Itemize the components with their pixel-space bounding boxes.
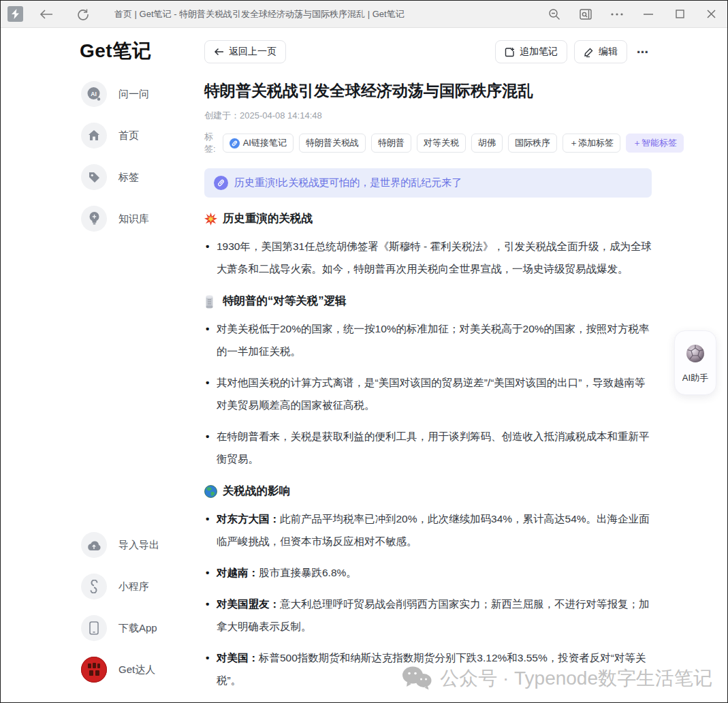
note-section: 关税战的影响 对东方大国：此前产品平均税率已冲到20%，此次继续加码34%，累计… [204, 484, 652, 691]
bullet-text: 在特朗普看来，关税是获取利益的便利工具，用于谈判筹码、创造收入抵消减税成本和重新… [217, 431, 650, 465]
tag-label: 特朗普关税战 [306, 137, 359, 149]
app-logo[interactable]: Get笔记 [80, 38, 151, 64]
append-note-button[interactable]: 追加笔记 [495, 40, 567, 63]
bullet-bold: 对越南： [217, 567, 259, 578]
ai-link-icon [230, 138, 240, 149]
refresh-icon[interactable] [75, 6, 91, 22]
browser-titlebar: 首页 | Get笔记 - 特朗普关税战引发全球经济动荡与国际秩序混乱 | Get… [1, 1, 727, 28]
edit-button[interactable]: 编辑 [574, 40, 627, 63]
collision-icon [204, 213, 217, 225]
ai-assistant-button[interactable]: AI助手 [674, 330, 716, 395]
tags-list: AI链接笔记 特朗普关税战 特朗普 对等关税 胡佛 国际秩序 [223, 134, 557, 153]
note-section: 历史重演的关税战 1930年，美国第31任总统胡佛签署《斯穆特 - 霍利关税法》… [204, 211, 652, 280]
bullet-bold: 对美国盟友： [217, 598, 280, 610]
bullet-item: 在特朗普看来，关税是获取利益的便利工具，用于谈判筹码、创造收入抵消减税成本和重新… [204, 425, 652, 470]
browser-more-icon[interactable] [609, 6, 625, 22]
app-logo-icon [7, 6, 23, 22]
bullet-text: 意大利总理呼吁贸易战会削弱西方国家实力；新西兰屈服，不进行对等报复；加拿大明确表… [217, 598, 650, 632]
tag-label: 胡佛 [478, 137, 496, 149]
sidebar-item-label: 问一问 [118, 88, 149, 101]
append-note-label: 追加笔记 [520, 46, 558, 58]
tag-pill[interactable]: 胡佛 [471, 134, 503, 153]
note-created: 创建于：2025-04-08 14:14:48 [204, 110, 652, 122]
note-main: 返回上一页 追加笔记 编辑 ⋯ 特朗普关税战引发全球经济动荡与国际秩序混乱 创建… [204, 29, 652, 703]
tag-label: 对等关税 [424, 137, 459, 149]
sidebar-nav-bottom: 导入导出 小程序 下载App Get达人 [81, 532, 159, 683]
smart-tag-button[interactable]: ＋智能标签 [626, 134, 684, 153]
edit-button-label: 编辑 [599, 46, 618, 58]
quote-box[interactable]: 历史重演!比关税战更可怕的，是世界的乱纪元来了 [204, 168, 652, 198]
bullet-item: 其对他国关税的计算方式离谱，是“美国对该国的贸易逆差”/“美国对该国的出口”，导… [204, 371, 652, 416]
tags-row: 标签: AI链接笔记 特朗普关税战 特朗普 对等关税 胡佛 国际秩序 ＋添加标签… [204, 131, 652, 155]
app-surface: Get笔记 AI 问一问 首页 标签 知识库 导入导出 小程序 下载App Ge… [1, 29, 727, 702]
note-section: 特朗普的“对等关税”逻辑 对美关税低于20%的国家，统一按10%的标准加征；对美… [204, 294, 652, 470]
note-title: 特朗普关税战引发全球经济动荡与国际秩序混乱 [204, 80, 652, 101]
ai-chat-icon: AI [81, 81, 107, 107]
sidebar-item-下载App[interactable]: 下载App [81, 615, 159, 641]
phone-icon [81, 615, 107, 641]
tag-pill[interactable]: 国际秩序 [508, 134, 557, 153]
sidebar-item-小程序[interactable]: 小程序 [81, 574, 159, 599]
sidebar-item-问一问[interactable]: AI 问一问 [81, 81, 149, 107]
add-tag-button[interactable]: ＋添加标签 [563, 134, 620, 153]
wechat-icon [402, 666, 432, 691]
tag-label: AI链接笔记 [243, 137, 287, 149]
sidebar-item-标签[interactable]: 标签 [81, 164, 149, 190]
edit-pencil-icon [584, 47, 594, 57]
smart-tag-label: ＋智能标签 [633, 137, 677, 149]
section-title: 特朗普的“对等关税”逻辑 [223, 294, 347, 309]
sidebar-item-导入导出[interactable]: 导入导出 [81, 532, 159, 558]
tag-pill[interactable]: 特朗普 [371, 134, 411, 153]
bulb-icon [81, 206, 107, 232]
globe-icon [204, 485, 217, 498]
note-sections: 历史重演的关税战 1930年，美国第31任总统胡佛签署《斯穆特 - 霍利关税法》… [204, 211, 652, 703]
cloud-icon [81, 532, 107, 558]
capture-icon[interactable] [577, 6, 594, 22]
note-more-button[interactable]: ⋯ [634, 45, 652, 59]
created-time: 2025-04-08 14:14:48 [240, 110, 322, 121]
sidebar-item-label: 知识库 [118, 213, 149, 225]
sidebar-item-首页[interactable]: 首页 [81, 123, 149, 149]
sidebar-item-label: Get达人 [118, 663, 155, 676]
bullet-item: 对东方大国：此前产品平均税率已冲到20%，此次继续加码34%，累计高达54%。出… [204, 507, 652, 552]
sidebar-item-label: 标签 [118, 171, 139, 184]
sidebar-item-label: 导入导出 [118, 539, 159, 552]
back-to-previous-button[interactable]: 返回上一页 [204, 40, 286, 63]
tag-label: 国际秩序 [515, 137, 550, 149]
tag-pill[interactable]: 特朗普关税战 [299, 134, 366, 153]
tag-icon [81, 164, 107, 190]
sidebar-item-知识库[interactable]: 知识库 [81, 206, 149, 232]
tag-pill[interactable]: AI链接笔记 [223, 134, 294, 153]
maximize-icon[interactable] [671, 6, 688, 22]
sidebar-item-Get达人[interactable]: Get达人 [81, 657, 159, 683]
sphere-icon [683, 341, 708, 366]
home-icon [81, 123, 107, 149]
close-icon[interactable] [703, 6, 719, 22]
bullet-text: 其对他国关税的计算方式离谱，是“美国对该国的贸易逆差”/“美国对该国的出口”，导… [217, 377, 645, 411]
bullet-item: 对美关税低于20%的国家，统一按10%的标准加征；对美关税高于20%的国家，按照… [204, 317, 652, 362]
section-title: 关税战的影响 [223, 484, 290, 499]
scroll-icon [204, 295, 217, 308]
sidebar-item-label: 下载App [118, 622, 157, 635]
paperclip-icon [214, 176, 228, 190]
sidebar-item-label: 首页 [118, 129, 139, 142]
avatar-getdaren [81, 657, 107, 683]
bullet-item: 对美国盟友：意大利总理呼吁贸易战会削弱西方国家实力；新西兰屈服，不进行对等报复；… [204, 593, 652, 638]
back-button-label: 返回上一页 [229, 46, 276, 58]
bullet-text: 1930年，美国第31任总统胡佛签署《斯穆特 - 霍利关税法》，引发关税战全面升… [217, 240, 652, 275]
bullet-text: 股市直接暴跌6.8%。 [259, 567, 357, 578]
ai-assistant-label: AI助手 [682, 372, 708, 384]
zoom-out-icon[interactable] [546, 6, 563, 22]
section-title: 历史重演的关税战 [223, 211, 313, 226]
bullet-item: 对越南：股市直接暴跌6.8%。 [204, 561, 652, 584]
svg-text:AI: AI [91, 91, 97, 97]
minimize-icon[interactable] [640, 6, 656, 22]
quote-text: 历史重演!比关税战更可怕的，是世界的乱纪元来了 [234, 176, 462, 189]
created-label: 创建于： [204, 110, 240, 121]
tag-pill[interactable]: 对等关税 [417, 134, 466, 153]
add-tag-label: ＋添加标签 [569, 137, 614, 149]
bullet-bold: 对东方大国： [217, 513, 280, 525]
sidebar-item-label: 小程序 [118, 580, 149, 593]
watermark: 公众号 · Typenode数字生活笔记 [402, 666, 712, 691]
back-icon[interactable] [38, 6, 54, 22]
